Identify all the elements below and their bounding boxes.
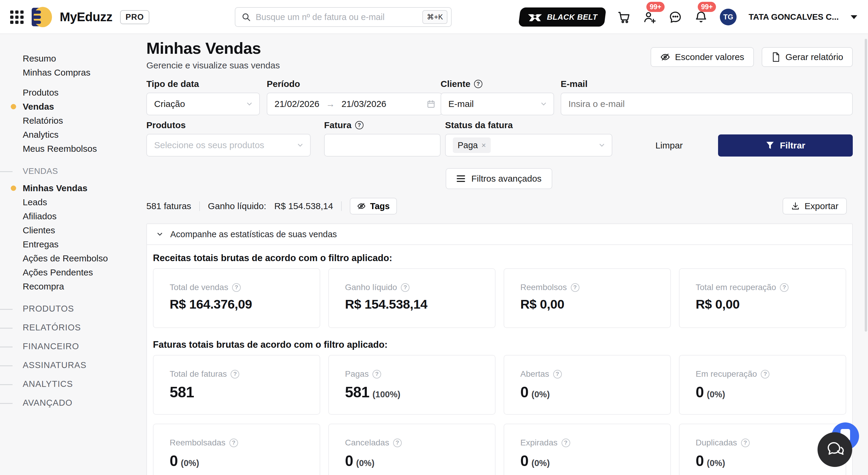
help-icon[interactable]: ?	[401, 283, 409, 292]
stat-percent: (0%)	[356, 458, 374, 468]
sidebar-section-produtos[interactable]: PRODUTOS	[0, 299, 146, 318]
sidebar-section-avancado[interactable]: AVANÇADO	[0, 393, 146, 412]
sidebar-item-leads[interactable]: Leads	[0, 195, 146, 209]
sidebar-item-acoes-pendentes[interactable]: Ações Pendentes	[0, 265, 146, 279]
user-menu-caret-icon[interactable]	[851, 15, 857, 19]
stat-percent: (0%)	[181, 458, 199, 468]
email-field[interactable]	[561, 93, 853, 115]
page-actions: Esconder valores Gerar relatório	[651, 47, 853, 67]
stat-value: R$ 0,00	[520, 297, 664, 311]
apply-filter-button[interactable]: Filtrar	[718, 135, 853, 156]
sidebar-item-relatorios[interactable]: Relatórios	[0, 114, 146, 127]
eduzz-logo[interactable]	[32, 7, 52, 27]
sidebar-section-vendas: VENDAS	[0, 164, 146, 178]
black-belt-badge[interactable]: BLACK BELT	[518, 7, 606, 27]
divider	[199, 201, 200, 211]
advanced-filters-button[interactable]: Filtros avançados	[446, 168, 552, 189]
black-belt-icon	[527, 11, 543, 23]
help-icon[interactable]: ?	[571, 283, 580, 292]
help-icon[interactable]: ?	[232, 283, 241, 292]
scrollbar[interactable]	[865, 39, 867, 332]
affiliates-button[interactable]: 99+	[643, 10, 656, 24]
cart-button[interactable]	[617, 10, 631, 24]
stat-label: Total de faturas	[169, 369, 227, 379]
divider	[341, 201, 342, 211]
export-button[interactable]: Exportar	[782, 198, 847, 214]
stat-label: Abertas	[520, 369, 549, 379]
help-icon[interactable]: ?	[761, 370, 769, 379]
clear-filters-button[interactable]: Limpar	[642, 135, 696, 156]
net-gain-value: R$ 154.538,14	[274, 201, 333, 211]
help-icon[interactable]: ?	[229, 439, 238, 447]
sidebar-item-afiliados[interactable]: Afiliados	[0, 209, 146, 223]
global-search[interactable]: ⌘+K	[235, 7, 452, 27]
calendar-icon	[427, 99, 435, 109]
live-chat-button[interactable]	[817, 432, 852, 467]
bell-icon	[694, 10, 708, 24]
chip-remove-icon[interactable]: ×	[482, 141, 486, 150]
sidebar-item-meus-reembolsos[interactable]: Meus Reembolsos	[0, 142, 146, 156]
help-icon[interactable]: ?	[230, 370, 239, 379]
chevron-down-icon	[156, 230, 164, 238]
sidebar-item-resumo[interactable]: Resumo	[0, 51, 146, 65]
sidebar-section-analytics[interactable]: ANALYTICS	[0, 375, 146, 393]
stat-value: 0	[520, 384, 528, 401]
date-type-select[interactable]: Criação	[146, 93, 260, 115]
status-chip-paga[interactable]: Paga ×	[453, 138, 491, 153]
sidebar-item-acoes-de-reembolso[interactable]: Ações de Reembolso	[0, 251, 146, 265]
help-icon[interactable]: ?	[562, 439, 570, 447]
sidebar-item-recompra[interactable]: Recompra	[0, 279, 146, 293]
help-icon[interactable]: ?	[780, 283, 788, 292]
notifications-button[interactable]: 99+	[694, 10, 708, 24]
active-dot	[11, 185, 16, 191]
stat-value: R$ 154.538,14	[345, 297, 489, 311]
help-icon[interactable]: ?	[393, 439, 402, 447]
net-gain-label: Ganho líquido:	[208, 201, 266, 211]
user-avatar[interactable]: TG	[720, 9, 737, 25]
stat-label: Reembolsadas	[169, 438, 225, 447]
period-start-value: 21/02/2026	[275, 99, 319, 109]
help-icon[interactable]: ?	[741, 439, 750, 447]
help-icon[interactable]: ?	[355, 121, 364, 129]
shortcut-badge: ⌘+K	[422, 10, 447, 24]
sidebar-section-relatorios[interactable]: RELATÓRIOS	[0, 318, 146, 337]
chevron-down-icon	[540, 100, 548, 108]
hide-values-button[interactable]: Esconder valores	[651, 47, 754, 67]
invoices-heading: Faturas totais brutas de acordo com o fi…	[153, 339, 846, 350]
sidebar-item-entregas[interactable]: Entregas	[0, 237, 146, 251]
support-chat-button[interactable]	[669, 10, 682, 24]
stat-card-total-de-vendas: Total de vendas? R$ 164.376,09	[153, 268, 320, 328]
cart-icon	[617, 10, 631, 24]
sidebar-item-clientes[interactable]: Clientes	[0, 223, 146, 237]
apps-grid-icon[interactable]	[9, 10, 24, 24]
sidebar-item-analytics[interactable]: Analytics	[0, 127, 146, 142]
sidebar-section-assinaturas[interactable]: ASSINATURAS	[0, 356, 146, 375]
invoice-input[interactable]	[324, 134, 441, 156]
search-input[interactable]	[256, 12, 417, 22]
period-range-picker[interactable]: 21/02/2026 → 21/03/2026	[267, 93, 442, 115]
sidebar-item-vendas[interactable]: Vendas	[0, 99, 146, 114]
help-icon[interactable]: ?	[474, 80, 483, 88]
accordion-title: Acompanhe as estatísticas de suas vendas	[170, 230, 337, 239]
sidebar-section-financeiro[interactable]: FINANCEIRO	[0, 337, 146, 356]
download-icon	[791, 202, 800, 211]
help-icon[interactable]: ?	[372, 370, 381, 379]
status-select[interactable]: Paga ×	[445, 134, 612, 156]
sidebar-item-produtos[interactable]: Produtos	[0, 85, 146, 99]
chat-bubbles-icon	[826, 441, 844, 458]
email-input[interactable]	[561, 93, 852, 115]
products-select[interactable]: Selecione os seus produtos	[146, 134, 311, 156]
affiliates-count-badge: 99+	[646, 2, 664, 12]
generate-report-button[interactable]: Gerar relatório	[762, 47, 853, 67]
section-rule	[0, 171, 12, 172]
sidebar-item-minhas-compras[interactable]: Minhas Compras	[0, 65, 146, 80]
help-icon[interactable]: ?	[553, 370, 562, 379]
tags-button[interactable]: Tags	[350, 198, 397, 214]
client-type-select[interactable]: E-mail	[441, 93, 554, 115]
top-bar: MyEduzz PRO ⌘+K BLACK BELT 99+	[0, 0, 868, 34]
eye-off-icon	[660, 52, 670, 62]
sidebar-item-minhas-vendas[interactable]: Minhas Vendas	[0, 181, 146, 195]
stats-accordion-toggle[interactable]: Acompanhe as estatísticas de suas vendas	[147, 224, 852, 245]
stat-card-total-de-faturas: Total de faturas? 581	[153, 355, 320, 415]
stat-card-abertas: Abertas? 0(0%)	[504, 355, 671, 415]
